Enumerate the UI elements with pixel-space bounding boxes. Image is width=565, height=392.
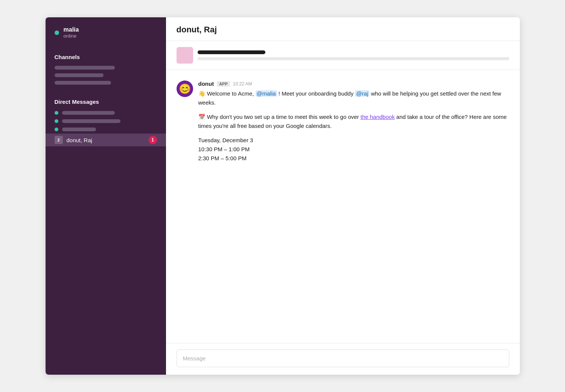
- dm-unread-badge: 1: [149, 136, 157, 144]
- dm-active-label: donut, Raj: [67, 137, 145, 143]
- chat-input-area: Message: [166, 343, 520, 375]
- user-status: online: [64, 33, 79, 39]
- dm-avatar-num: 2: [55, 136, 63, 144]
- redacted-text-bar: [198, 50, 265, 54]
- wave-emoji: 👋: [198, 90, 206, 97]
- main-content: donut, Raj 😊 donut APP: [166, 17, 520, 375]
- dm-item-3[interactable]: [46, 125, 166, 134]
- mention-raj[interactable]: @raj: [355, 90, 369, 97]
- top-input-content: [198, 50, 509, 60]
- app-container: malia online Channels Direct Messages: [46, 17, 520, 375]
- channel-item-3[interactable]: [46, 79, 166, 87]
- calendar-emoji: 📅: [198, 114, 206, 120]
- message-placeholder: Message: [183, 355, 206, 362]
- msg2-text1: Why don't you two set up a time to meet …: [207, 114, 361, 120]
- message-paragraph-1: 👋 Welcome to Acme, @malia ! Meet your on…: [198, 89, 509, 107]
- dm-item-2[interactable]: [46, 117, 166, 125]
- online-status-dot: [55, 30, 59, 35]
- message-body: donut APP 10:22 AM 👋 Welcome to Acme, @m…: [198, 81, 509, 163]
- meeting-date: Tuesday, December 3: [198, 136, 509, 145]
- message-time: 10:22 AM: [233, 81, 252, 87]
- dm-dot-3: [55, 128, 58, 131]
- dm-dot-1: [55, 111, 58, 115]
- dm-label: Direct Messages: [46, 93, 166, 109]
- channel-bar-1: [55, 66, 115, 70]
- channel-bar-2: [55, 73, 104, 77]
- user-section: malia online: [46, 26, 166, 48]
- channel-item-1[interactable]: [46, 64, 166, 71]
- top-message-row: [166, 41, 520, 70]
- dm-item-active[interactable]: 2 donut, Raj 1: [46, 134, 166, 146]
- dm-bar-2: [62, 119, 120, 123]
- redacted-sub-bar: [198, 57, 509, 60]
- user-info: malia online: [64, 26, 79, 39]
- meeting-time-1: 10:30 PM – 1:00 PM: [198, 145, 509, 154]
- message-paragraph-2: 📅 Why don't you two set up a time to mee…: [198, 112, 509, 131]
- channels-label: Channels: [46, 48, 166, 64]
- message-input[interactable]: Message: [177, 349, 509, 367]
- chat-title: donut, Raj: [177, 25, 509, 35]
- dm-bar-3: [62, 128, 96, 131]
- channel-item-2[interactable]: [46, 71, 166, 79]
- chat-header: donut, Raj: [166, 17, 520, 41]
- bot-avatar: 😊: [177, 81, 193, 97]
- username: malia: [64, 26, 79, 33]
- handbook-link[interactable]: the handbook: [361, 114, 395, 120]
- top-avatar: [177, 47, 193, 64]
- msg1-text1: Welcome to Acme,: [207, 90, 256, 97]
- messages-area: 😊 donut APP 10:22 AM 👋 Welcome to Acme, …: [166, 70, 520, 343]
- channel-bar-3: [55, 81, 111, 85]
- mention-malia[interactable]: @malia: [256, 90, 277, 97]
- msg1-text2: ! Meet your onboarding buddy: [279, 90, 355, 97]
- sidebar: malia online Channels Direct Messages: [46, 17, 166, 375]
- meeting-time-2: 2:30 PM – 5:00 PM: [198, 154, 509, 163]
- message-meta: donut APP 10:22 AM: [198, 81, 509, 87]
- dm-dot-2: [55, 119, 58, 123]
- dm-bar-1: [62, 111, 115, 115]
- message-row-donut: 😊 donut APP 10:22 AM 👋 Welcome to Acme, …: [177, 81, 509, 163]
- message-paragraph-3: Tuesday, December 3 10:30 PM – 1:00 PM 2…: [198, 136, 509, 163]
- app-badge: APP: [217, 81, 230, 87]
- sender-name: donut: [198, 81, 214, 87]
- dm-item-1[interactable]: [46, 109, 166, 117]
